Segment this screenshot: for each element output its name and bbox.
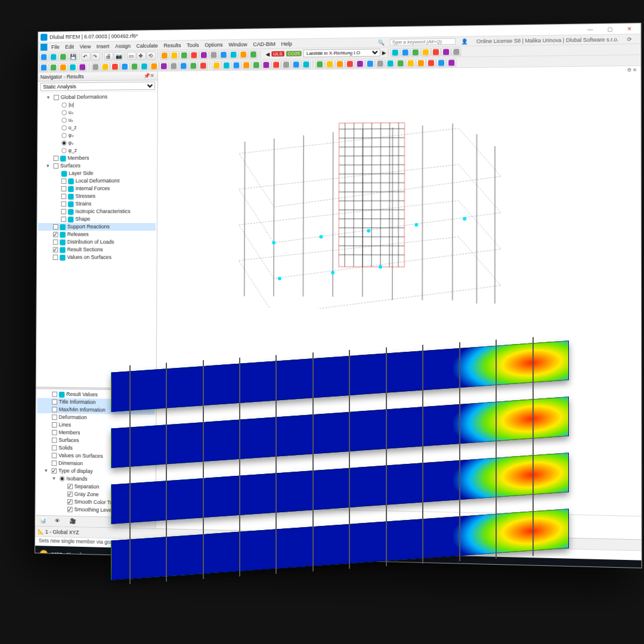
- toolbar-button[interactable]: [242, 61, 251, 69]
- toolbar-button[interactable]: [219, 50, 228, 58]
- toolbar-button[interactable]: [252, 61, 261, 69]
- toolbar-button[interactable]: [452, 47, 462, 55]
- toolbar-button[interactable]: [190, 51, 199, 59]
- toolbar-button[interactable]: [199, 51, 209, 59]
- toolbar-button[interactable]: [401, 48, 410, 56]
- expand-icon[interactable]: ▾: [47, 94, 52, 101]
- toolbar-button[interactable]: [101, 63, 110, 71]
- checkbox[interactable]: [53, 224, 58, 230]
- tree-node[interactable]: φₓ: [39, 131, 156, 140]
- sync-icon[interactable]: ⟳: [624, 36, 635, 42]
- checkbox[interactable]: [52, 422, 57, 428]
- checkbox[interactable]: [52, 392, 57, 397]
- menu-tools[interactable]: Tools: [184, 42, 202, 48]
- checkbox[interactable]: [67, 484, 73, 489]
- toolbar-button[interactable]: [281, 60, 291, 69]
- toolbar-button[interactable]: [426, 58, 436, 67]
- toolbar-button[interactable]: [229, 50, 239, 58]
- radio[interactable]: [61, 103, 67, 108]
- tree-node[interactable]: φ_z: [39, 146, 156, 154]
- pin-icon[interactable]: 📌: [144, 73, 150, 79]
- arrow-left-icon[interactable]: ◀: [265, 51, 270, 57]
- toolbar-button[interactable]: [239, 50, 248, 58]
- radio[interactable]: [61, 148, 67, 153]
- toolbar-button[interactable]: [355, 59, 365, 67]
- checkbox[interactable]: [52, 400, 57, 405]
- undo-button[interactable]: ↶: [81, 52, 90, 60]
- checkbox[interactable]: [54, 95, 59, 100]
- view-tab-global[interactable]: 📐 1 - Global XYZ: [38, 528, 79, 535]
- uls-tag[interactable]: ULS: [271, 51, 284, 57]
- checkbox[interactable]: [52, 407, 57, 412]
- navigator-tab-data[interactable]: 📊: [38, 517, 49, 524]
- rotate-button[interactable]: ⟲: [147, 51, 156, 60]
- user-icon[interactable]: 👤: [459, 38, 471, 44]
- toolbar-button[interactable]: [386, 59, 395, 67]
- tree-node[interactable]: Distribution of Loads: [38, 239, 156, 246]
- select-button[interactable]: ▭: [127, 51, 136, 60]
- tree-node[interactable]: Support Reactions: [38, 223, 156, 231]
- tree-node[interactable]: Internal Forces: [39, 185, 156, 193]
- toolbar-button[interactable]: [159, 61, 169, 70]
- toolbar-button[interactable]: [110, 62, 119, 70]
- tree-node[interactable]: Isotropic Characteristics: [38, 208, 156, 215]
- toolbar-button[interactable]: [315, 60, 324, 68]
- print-button[interactable]: 🖨: [104, 52, 113, 60]
- radio[interactable]: [61, 133, 67, 138]
- tree-node[interactable]: Values on Surfaces: [38, 253, 156, 261]
- camera-button[interactable]: 📷: [114, 52, 123, 60]
- checkbox[interactable]: [67, 491, 73, 497]
- checkbox[interactable]: [52, 453, 57, 458]
- checkbox[interactable]: [53, 232, 58, 237]
- search-input[interactable]: [390, 38, 456, 46]
- checkbox[interactable]: [54, 163, 59, 169]
- redo-button[interactable]: ↷: [91, 52, 100, 60]
- toolbar-button[interactable]: [271, 60, 281, 69]
- tree-node[interactable]: Releases: [38, 231, 156, 239]
- toolbar-button[interactable]: [325, 60, 335, 68]
- new-button[interactable]: [39, 52, 48, 61]
- toolbar-button[interactable]: [421, 48, 431, 56]
- tree-node[interactable]: Stresses: [38, 193, 156, 200]
- checkbox[interactable]: [53, 240, 58, 245]
- toolbar-button[interactable]: [179, 51, 189, 59]
- toolbar-button[interactable]: [376, 59, 385, 67]
- checkbox[interactable]: [52, 414, 57, 420]
- toolbar-button[interactable]: [169, 61, 178, 70]
- toolbar-button[interactable]: [447, 58, 456, 67]
- toolbar-button[interactable]: [140, 62, 149, 70]
- solid-button[interactable]: [78, 63, 87, 71]
- checkbox[interactable]: [53, 247, 58, 252]
- navigator-tab-video[interactable]: 🎥: [67, 518, 79, 525]
- expand-icon[interactable]: ▾: [52, 475, 58, 482]
- checkbox[interactable]: [52, 460, 57, 466]
- toolbar-button[interactable]: [212, 61, 221, 69]
- toolbar-button[interactable]: [120, 62, 129, 70]
- checkbox[interactable]: [52, 445, 57, 451]
- toolbar-button[interactable]: [91, 63, 100, 71]
- navigator-tab-eye[interactable]: 👁: [52, 518, 64, 525]
- checkbox[interactable]: [61, 216, 66, 222]
- checkbox[interactable]: [52, 438, 57, 443]
- open-button[interactable]: [49, 52, 58, 61]
- checkbox[interactable]: [61, 186, 67, 191]
- surface-button[interactable]: [68, 63, 77, 71]
- materials-panel[interactable]: Materials: [156, 506, 642, 530]
- expand-icon[interactable]: ▾: [47, 162, 52, 170]
- toolbar-button[interactable]: [222, 61, 231, 69]
- toolbar-button[interactable]: [130, 62, 139, 70]
- save-button[interactable]: 💾: [68, 52, 77, 61]
- tree-node[interactable]: Result Sections: [38, 246, 156, 253]
- radio[interactable]: [61, 110, 67, 115]
- toolbar-button[interactable]: [396, 59, 405, 67]
- block-manager-button[interactable]: [58, 52, 67, 61]
- tree-node[interactable]: Strains: [38, 200, 156, 208]
- checkbox[interactable]: [61, 202, 67, 207]
- toolbar-button[interactable]: [209, 51, 219, 59]
- menu-results[interactable]: Results: [161, 42, 184, 48]
- menu-calculate[interactable]: Calculate: [134, 42, 161, 48]
- toolbar-button[interactable]: [199, 61, 208, 70]
- menu-view[interactable]: View: [77, 44, 94, 49]
- checkbox[interactable]: [52, 430, 57, 435]
- radio[interactable]: [61, 141, 67, 146]
